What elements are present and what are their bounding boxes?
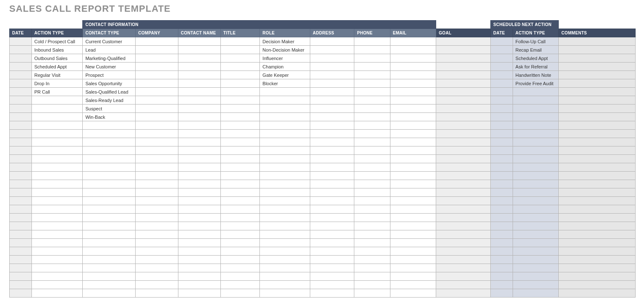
cell-next-action-type[interactable]: Follow-Up Call <box>513 37 559 46</box>
cell-title[interactable] <box>221 197 260 205</box>
cell-phone[interactable] <box>354 172 390 180</box>
cell-phone[interactable] <box>354 180 390 188</box>
cell-phone[interactable] <box>354 197 390 205</box>
cell-contact-type[interactable] <box>83 256 136 264</box>
cell-next-action-type[interactable] <box>513 113 559 121</box>
cell-next-action-type[interactable]: Recap Email <box>513 46 559 54</box>
cell-address[interactable] <box>310 88 354 96</box>
cell-company[interactable] <box>136 46 178 54</box>
cell-goal[interactable] <box>436 289 491 298</box>
cell-next-date[interactable] <box>491 163 513 172</box>
cell-next-date[interactable] <box>491 79 513 88</box>
cell-contact-type[interactable]: Suspect <box>83 104 136 113</box>
cell-contact-name[interactable] <box>178 121 220 130</box>
cell-role[interactable] <box>260 130 310 138</box>
cell-address[interactable] <box>310 272 354 281</box>
cell-goal[interactable] <box>436 239 491 247</box>
cell-date[interactable] <box>10 188 32 197</box>
cell-goal[interactable] <box>436 281 491 289</box>
cell-company[interactable] <box>136 180 178 188</box>
cell-email[interactable] <box>390 130 436 138</box>
cell-contact-type[interactable] <box>83 214 136 222</box>
cell-email[interactable] <box>390 88 436 96</box>
cell-contact-name[interactable] <box>178 289 220 298</box>
cell-contact-name[interactable] <box>178 214 220 222</box>
cell-phone[interactable] <box>354 239 390 247</box>
cell-email[interactable] <box>390 113 436 121</box>
cell-next-date[interactable] <box>491 130 513 138</box>
cell-phone[interactable] <box>354 46 390 54</box>
cell-action-type[interactable] <box>31 272 83 281</box>
cell-company[interactable] <box>136 63 178 71</box>
cell-contact-type[interactable] <box>83 138 136 146</box>
cell-role[interactable] <box>260 197 310 205</box>
cell-comments[interactable] <box>559 256 636 264</box>
cell-comments[interactable] <box>559 180 636 188</box>
cell-date[interactable] <box>10 130 32 138</box>
cell-goal[interactable] <box>436 247 491 256</box>
cell-role[interactable] <box>260 289 310 298</box>
cell-next-date[interactable] <box>491 172 513 180</box>
cell-role[interactable]: Gate Keeper <box>260 71 310 79</box>
cell-company[interactable] <box>136 247 178 256</box>
cell-contact-type[interactable] <box>83 230 136 239</box>
cell-title[interactable] <box>221 281 260 289</box>
cell-phone[interactable] <box>354 264 390 272</box>
cell-goal[interactable] <box>436 130 491 138</box>
cell-action-type[interactable]: Cold / Prospect Call <box>31 37 83 46</box>
cell-phone[interactable] <box>354 63 390 71</box>
cell-goal[interactable] <box>436 63 491 71</box>
cell-date[interactable] <box>10 54 32 63</box>
cell-date[interactable] <box>10 146 32 155</box>
cell-action-type[interactable] <box>31 138 83 146</box>
cell-comments[interactable] <box>559 239 636 247</box>
cell-next-date[interactable] <box>491 63 513 71</box>
cell-comments[interactable] <box>559 46 636 54</box>
cell-comments[interactable] <box>559 289 636 298</box>
cell-action-type[interactable] <box>31 180 83 188</box>
cell-contact-type[interactable] <box>83 272 136 281</box>
cell-date[interactable] <box>10 88 32 96</box>
cell-contact-type[interactable] <box>83 130 136 138</box>
cell-title[interactable] <box>221 88 260 96</box>
cell-action-type[interactable] <box>31 155 83 163</box>
cell-next-action-type[interactable] <box>513 197 559 205</box>
cell-email[interactable] <box>390 121 436 130</box>
cell-address[interactable] <box>310 138 354 146</box>
cell-next-date[interactable] <box>491 155 513 163</box>
cell-next-date[interactable] <box>491 71 513 79</box>
cell-date[interactable] <box>10 71 32 79</box>
cell-comments[interactable] <box>559 88 636 96</box>
cell-email[interactable] <box>390 197 436 205</box>
cell-role[interactable] <box>260 264 310 272</box>
cell-title[interactable] <box>221 138 260 146</box>
cell-next-action-type[interactable]: Provide Free Audit <box>513 79 559 88</box>
cell-email[interactable] <box>390 264 436 272</box>
cell-date[interactable] <box>10 79 32 88</box>
cell-company[interactable] <box>136 188 178 197</box>
cell-company[interactable] <box>136 155 178 163</box>
cell-email[interactable] <box>390 46 436 54</box>
cell-contact-type[interactable] <box>83 188 136 197</box>
cell-date[interactable] <box>10 222 32 230</box>
cell-role[interactable] <box>260 172 310 180</box>
cell-contact-name[interactable] <box>178 163 220 172</box>
cell-date[interactable] <box>10 230 32 239</box>
cell-action-type[interactable] <box>31 163 83 172</box>
cell-phone[interactable] <box>354 88 390 96</box>
cell-company[interactable] <box>136 71 178 79</box>
cell-goal[interactable] <box>436 146 491 155</box>
cell-goal[interactable] <box>436 256 491 264</box>
cell-next-date[interactable] <box>491 88 513 96</box>
cell-contact-type[interactable] <box>83 264 136 272</box>
cell-next-action-type[interactable] <box>513 88 559 96</box>
cell-phone[interactable] <box>354 256 390 264</box>
cell-phone[interactable] <box>354 214 390 222</box>
cell-title[interactable] <box>221 264 260 272</box>
cell-email[interactable] <box>390 289 436 298</box>
cell-date[interactable] <box>10 205 32 214</box>
cell-action-type[interactable] <box>31 205 83 214</box>
cell-next-action-type[interactable]: Scheduled Appt <box>513 54 559 63</box>
cell-phone[interactable] <box>354 96 390 104</box>
cell-contact-type[interactable] <box>83 172 136 180</box>
